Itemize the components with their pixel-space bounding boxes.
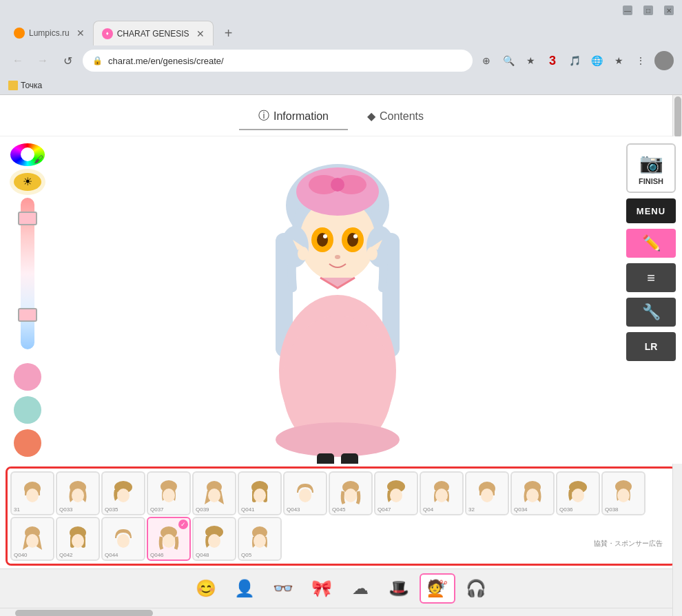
menu-button[interactable]: MENU <box>626 198 676 223</box>
body-icon: 👤 <box>234 579 255 598</box>
svg-point-64 <box>72 534 84 548</box>
hair-item-32[interactable]: 32 <box>465 471 509 515</box>
lumpics-icon <box>14 28 25 39</box>
svg-point-67 <box>163 534 175 548</box>
slider-thumb-top[interactable] <box>18 212 37 225</box>
hair-item-Q048[interactable]: Q048 <box>192 517 236 561</box>
cat-glasses[interactable]: 👓 <box>265 573 301 604</box>
svg-point-54 <box>526 489 539 502</box>
hair-item-Q037[interactable]: Q037 <box>147 471 191 515</box>
slider-thumb-bottom[interactable] <box>18 308 37 322</box>
hair-item-Q038[interactable]: Q038 <box>601 471 645 515</box>
back-button[interactable]: ← <box>8 51 28 70</box>
hair-item-Q043[interactable]: Q043 <box>283 471 327 515</box>
tab-lumpics-close[interactable]: ✕ <box>76 28 85 39</box>
url-bar[interactable]: 🔒 charat.me/en/genesis/create/ <box>83 50 473 72</box>
translate-icon[interactable]: 🌐 <box>588 52 605 69</box>
edit-tool-button[interactable]: ✏️ <box>626 229 676 258</box>
hair-grid-section: 31Q033Q035Q037Q039Q041Q043Q045Q047Q0432Q… <box>6 466 676 566</box>
tab-charat-label: CHARAT GENESIS <box>117 29 189 39</box>
color-circle-pink[interactable] <box>14 363 41 391</box>
cat-accessory[interactable]: 🎀 <box>304 573 340 604</box>
wrench-icon: 🔧 <box>642 303 661 321</box>
hair-item-Q034[interactable]: Q034 <box>510 471 555 515</box>
hair-item-Q033[interactable]: Q033 <box>56 471 100 515</box>
star-icon[interactable]: ★ <box>522 52 539 69</box>
page-nav: ⓘ Information ◆ Contents <box>0 95 682 136</box>
cat-body[interactable]: 👤 <box>227 573 262 604</box>
hair-num-Q036: Q036 <box>559 506 573 513</box>
shield-icon[interactable]: 3 <box>544 52 561 69</box>
minimize-btn[interactable]: — <box>623 6 632 15</box>
tab-information[interactable]: ⓘ Information <box>239 103 348 130</box>
hair-item-Q045[interactable]: Q045 <box>329 471 373 515</box>
lr-tool-button[interactable]: LR <box>626 332 676 361</box>
address-bar-actions: ⊕ 🔍 ★ 3 🎵 🌐 ★ ⋮ <box>478 51 674 70</box>
hair-item-31[interactable]: 31 <box>10 471 54 515</box>
cat-headphone[interactable]: 🎧 <box>458 573 494 604</box>
accessory-icon: 🎀 <box>311 579 332 598</box>
cat-hairstyle[interactable]: 💇 <box>420 573 455 604</box>
scrollbar-thumb[interactable] <box>674 96 681 138</box>
svg-rect-19 <box>341 453 358 464</box>
h-scrollbar[interactable] <box>0 608 682 616</box>
category-bar: 😊 👤 👓 🎀 ☁ 🎩 💇 🎧 <box>0 568 682 608</box>
hair-item-Q042[interactable]: Q042 <box>56 517 100 561</box>
tab-contents[interactable]: ◆ Contents <box>348 104 443 130</box>
hair-item-Q039[interactable]: Q039 <box>192 471 236 515</box>
hair-item-Q047[interactable]: Q047 <box>374 471 418 515</box>
hair-item-Q04[interactable]: Q04 <box>420 471 464 515</box>
profile-menu-icon[interactable]: ⋮ <box>632 52 649 69</box>
maximize-btn[interactable]: □ <box>643 6 653 15</box>
hair-num-32: 32 <box>468 506 475 513</box>
music-icon[interactable]: 🎵 <box>566 52 583 69</box>
browser-chrome: — □ ✕ Lumpics.ru ✕ ♦ CHARAT GENESIS ✕ + … <box>0 0 682 95</box>
svg-point-58 <box>617 489 630 502</box>
hair-item-Q040[interactable]: Q040 <box>10 517 54 561</box>
color-wheel[interactable]: 🖌 <box>10 143 45 166</box>
wrench-tool-button[interactable]: 🔧 <box>626 298 676 327</box>
hair-item-Q044[interactable]: Q044 <box>101 517 145 561</box>
tab-lumpics-label: Lumpics.ru <box>29 28 70 38</box>
hair-item-Q041[interactable]: Q041 <box>238 471 282 515</box>
new-tab-button[interactable]: + <box>219 23 238 43</box>
tab-charat-close[interactable]: ✕ <box>196 28 205 39</box>
cat-hat[interactable]: 🎩 <box>381 573 417 604</box>
close-btn[interactable]: ✕ <box>664 6 674 15</box>
hair-item-Q046[interactable]: Q046✓ <box>147 517 191 561</box>
forward-button[interactable]: → <box>33 51 52 70</box>
cat-cloud[interactable]: ☁ <box>342 573 378 604</box>
info-icon: ⓘ <box>258 109 269 123</box>
svg-point-5 <box>276 422 400 457</box>
sun-icon[interactable]: ☀ <box>14 173 41 191</box>
bookmark-folder-icon <box>8 81 18 90</box>
hair-item-Q05[interactable]: Q05 <box>238 517 282 561</box>
lock-icon: 🔒 <box>92 56 103 65</box>
hair-item-Q035[interactable]: Q035 <box>101 471 145 515</box>
layers-tool-button[interactable]: ≡ <box>626 263 676 292</box>
finish-button[interactable]: 📷 FINISH <box>626 143 676 193</box>
svg-point-60 <box>26 534 39 548</box>
left-tools: 🖌 ☀ <box>0 136 55 464</box>
color-circle-orange[interactable] <box>14 429 41 457</box>
reload-button[interactable]: ↺ <box>58 51 77 70</box>
bookmark-tocka[interactable]: Точка <box>8 81 42 90</box>
bookmark-star-icon[interactable]: ⊕ <box>478 52 495 69</box>
title-bar-controls: — □ ✕ <box>623 6 674 15</box>
more-icon[interactable] <box>654 51 674 70</box>
color-slider[interactable] <box>21 198 34 349</box>
hair-num-Q043: Q043 <box>287 506 300 513</box>
hair-item-Q036[interactable]: Q036 <box>556 471 600 515</box>
slider-container <box>21 198 34 349</box>
edit-icon: ✏️ <box>642 234 661 252</box>
cat-face[interactable]: 😊 <box>188 573 224 604</box>
color-circle-teal[interactable] <box>14 396 41 424</box>
tab-charat[interactable]: ♦ CHARAT GENESIS ✕ <box>93 21 214 45</box>
h-scroll-thumb[interactable] <box>15 610 153 617</box>
hair-num-Q04: Q04 <box>423 506 433 513</box>
svg-point-43 <box>299 489 311 502</box>
search-icon[interactable]: 🔍 <box>500 52 517 69</box>
hair-num-Q046: Q046 <box>150 552 164 558</box>
tab-lumpics[interactable]: Lumpics.ru ✕ <box>6 21 93 45</box>
extensions-icon[interactable]: ★ <box>610 52 627 69</box>
